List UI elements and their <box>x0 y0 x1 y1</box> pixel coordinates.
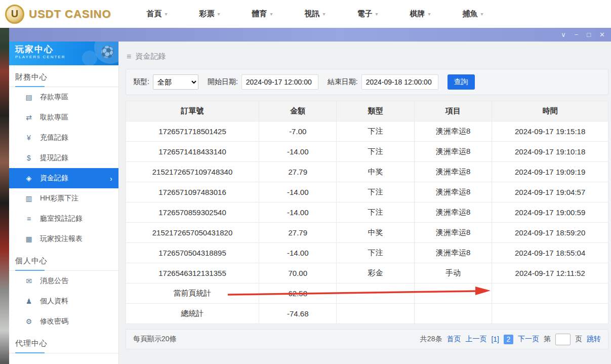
summary-row: 總統計-74.68 <box>126 304 608 324</box>
prev-page-link[interactable]: 上一页 <box>465 335 486 344</box>
jump-suffix: 页 <box>575 335 582 344</box>
sidebar-item-profile[interactable]: ♟ 個人資料 <box>9 291 118 311</box>
col-amount: 金額 <box>259 101 337 122</box>
table-cell: 澳洲幸运8 <box>414 243 492 263</box>
nav-item-lottery[interactable]: 彩票▾ <box>183 0 236 28</box>
jump-prefix: 第 <box>544 335 551 344</box>
sidebar-item-funds-records[interactable]: ◈ 資金記錄 › <box>9 168 118 188</box>
sidebar-item-hh-lottery-bet[interactable]: ▥ HH彩票下注 <box>9 188 118 209</box>
table-cell: 總統計 <box>126 304 259 324</box>
sidebar-item-label: 廳室投註記錄 <box>40 214 83 223</box>
table-header-row: 訂單號 金額 類型 項目 時間 <box>126 101 608 122</box>
window-collapse-icon[interactable]: ∨ <box>561 31 566 38</box>
pagination-bar: 每頁顯示20條 共28条 首页 上一页 [1] 2 下一页 第 页 跳转 <box>126 329 608 349</box>
logo-text: USDT CASINO <box>29 8 111 21</box>
sidebar-item-change-password[interactable]: ⚙ 修改密碼 <box>9 311 118 332</box>
profile-icon: ♟ <box>24 297 33 305</box>
table-cell: 下注 <box>337 122 414 142</box>
end-date-label: 結束日期: <box>328 77 358 87</box>
lottery-bet-icon: ▥ <box>24 194 33 203</box>
table-cell <box>414 284 492 304</box>
nav-item-live[interactable]: 視訊▾ <box>289 0 341 28</box>
sidebar-item-deposit[interactable]: ▤ 存款專區 <box>9 87 118 107</box>
logo: U USDT CASINO <box>0 5 120 24</box>
search-button[interactable]: 查詢 <box>447 74 475 90</box>
table-cell: 當前頁統計 <box>126 284 259 304</box>
chevron-down-icon: ▾ <box>428 11 430 17</box>
screen: U USDT CASINO 首頁▾ 彩票▾ 體育▾ 視訊▾ 電子▾ 棋牌▾ 捕魚… <box>0 0 611 364</box>
withdraw-icon: ⇄ <box>24 113 33 122</box>
nav-label: 棋牌 <box>410 9 425 19</box>
window-titlebar: ∨ − □ ✕ <box>9 28 611 42</box>
menu-toggle-icon[interactable]: ≡ <box>127 52 131 61</box>
sidebar-item-label: 取款專區 <box>40 113 68 122</box>
sidebar-item-room-bet-records[interactable]: ≡ 廳室投註記錄 <box>9 209 118 229</box>
summary-row: 當前頁統計62.58 <box>126 284 608 304</box>
table-cell: 澳洲幸运8 <box>414 182 492 203</box>
sidebar-item-recharge-records[interactable]: ¥ 充值記錄 <box>9 128 118 148</box>
table-cell: 中奖 <box>337 162 414 182</box>
table-cell: 1726571418433140 <box>126 142 259 162</box>
sidebar-item-announcements[interactable]: ✉ 消息公告 <box>9 271 118 291</box>
window-maximize-button[interactable]: □ <box>587 31 591 38</box>
nav-item-home[interactable]: 首頁▾ <box>131 0 183 28</box>
main-nav: 首頁▾ 彩票▾ 體育▾ 視訊▾ 電子▾ 棋牌▾ 捕魚▾ <box>131 0 499 28</box>
table-cell: 下注 <box>337 142 414 162</box>
table-row: 1726571718501425-7.00下注澳洲幸运82024-09-17 1… <box>126 122 608 142</box>
sidebar-item-label: 玩家投注報表 <box>40 234 83 244</box>
nav-item-fishing[interactable]: 捕魚▾ <box>446 0 499 28</box>
section-agent-center: 代理中心 <box>9 332 118 353</box>
sidebar-item-cashout-records[interactable]: $ 提現記錄 <box>9 148 118 168</box>
table-row: 215217265705043182027.79中奖澳洲幸运82024-09-1… <box>126 223 608 243</box>
col-time: 時間 <box>492 101 608 122</box>
sidebar-item-label: 提現記錄 <box>40 153 68 163</box>
table-cell <box>492 284 608 304</box>
nav-item-sports[interactable]: 體育▾ <box>236 0 289 28</box>
window-close-button[interactable]: ✕ <box>599 31 605 38</box>
nav-item-slots[interactable]: 電子▾ <box>341 0 394 28</box>
chevron-down-icon: ▾ <box>322 11 325 17</box>
table-cell: 2024-09-17 19:09:19 <box>492 162 608 182</box>
type-select[interactable]: 全部 <box>153 74 198 90</box>
password-icon: ⚙ <box>24 317 33 326</box>
page-jump-input[interactable] <box>555 334 571 345</box>
table-row: 1726570859302540-14.00下注澳洲幸运82024-09-17 … <box>126 203 608 223</box>
table-cell: 1726571097483016 <box>126 182 259 203</box>
page-1-link[interactable]: [1] <box>491 335 499 343</box>
nav-item-cards[interactable]: 棋牌▾ <box>394 0 446 28</box>
table-cell <box>337 304 414 324</box>
table-cell: 1726570504318895 <box>126 243 259 263</box>
table-cell: 2024-09-17 18:55:04 <box>492 243 608 263</box>
table-cell: 2024-09-17 19:15:18 <box>492 122 608 142</box>
current-page-badge[interactable]: 2 <box>504 335 513 344</box>
page-title: 資金記錄 <box>135 52 166 61</box>
sidebar-title: 玩家中心 <box>15 44 112 55</box>
next-page-link[interactable]: 下一页 <box>518 335 539 344</box>
table-cell: 27.79 <box>259 223 337 243</box>
sidebar-item-label: 充值記錄 <box>40 133 68 142</box>
table-cell: 下注 <box>337 182 414 203</box>
table-cell: 2024-09-17 19:00:59 <box>492 203 608 223</box>
usdt-logo-icon: U <box>5 5 24 24</box>
jump-button[interactable]: 跳转 <box>587 335 601 344</box>
table-cell: 2024-09-17 19:04:57 <box>492 182 608 203</box>
app-window: ∨ − □ ✕ ⚽ 玩家中心 PLAYERS CENTER 財務中心 ▤ 存款專… <box>9 28 611 364</box>
start-date-input[interactable] <box>241 74 318 90</box>
announcement-icon: ✉ <box>24 277 33 285</box>
table-cell: 2024-09-17 18:59:20 <box>492 223 608 243</box>
deposit-icon: ▤ <box>24 93 33 101</box>
table-cell: -14.00 <box>259 182 337 203</box>
window-minimize-button[interactable]: − <box>575 31 579 38</box>
chevron-down-icon: ▾ <box>480 11 483 17</box>
end-date-input[interactable] <box>361 74 438 90</box>
total-count: 共28条 <box>420 335 442 344</box>
col-type: 類型 <box>337 101 414 122</box>
table-cell: 27.79 <box>259 162 337 182</box>
first-page-link[interactable]: 首页 <box>446 335 461 344</box>
sidebar-item-bet-report[interactable]: ▦ 玩家投注報表 <box>9 229 118 249</box>
table-cell: 澳洲幸运8 <box>414 162 492 182</box>
sidebar-item-withdraw[interactable]: ⇄ 取款專區 <box>9 107 118 128</box>
main-content: ≡ 資金記錄 類型: 全部 開始日期: 結束日期: <box>119 42 611 364</box>
table-cell: 1726570859302540 <box>126 203 259 223</box>
start-date-label: 開始日期: <box>208 77 238 87</box>
